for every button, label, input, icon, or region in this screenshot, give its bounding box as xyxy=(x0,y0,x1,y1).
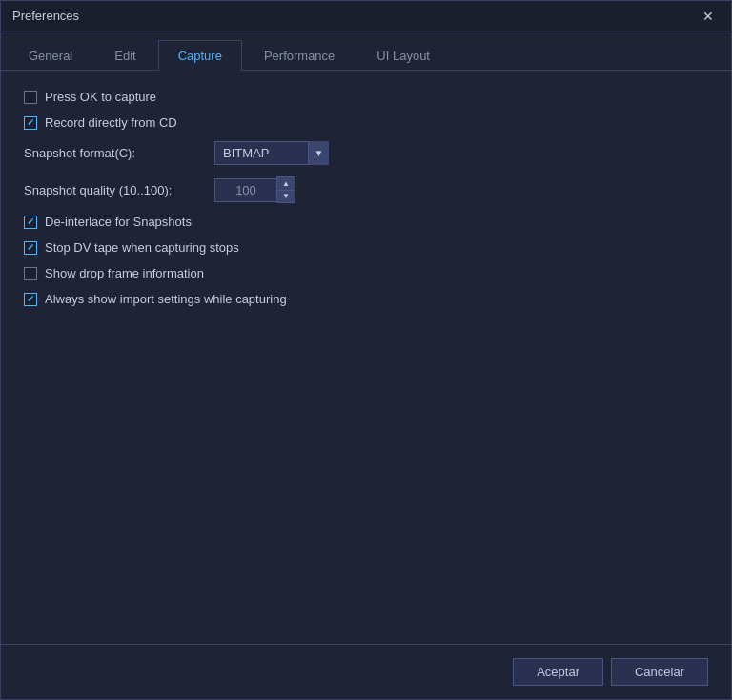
checkbox-show-drop-wrapper[interactable]: Show drop frame information xyxy=(24,266,204,280)
label-snapshot-format: Snapshot format(C): xyxy=(24,146,214,160)
tabs-bar: General Edit Capture Performance UI Layo… xyxy=(1,31,731,71)
label-snapshot-quality: Snapshot quality (10..100): xyxy=(24,183,214,197)
tab-edit[interactable]: Edit xyxy=(94,40,155,71)
dialog-title: Preferences xyxy=(12,9,79,23)
label-stop-dv: Stop DV tape when capturing stops xyxy=(45,240,239,255)
snapshot-format-row: Snapshot format(C): BITMAP JPEG PNG TIFF… xyxy=(24,141,708,165)
tab-content: Press OK to capture Record directly from… xyxy=(1,71,731,644)
spinner-buttons: ▲ ▼ xyxy=(276,176,295,203)
checkbox-press-ok-wrapper[interactable]: Press OK to capture xyxy=(24,90,156,104)
tab-general[interactable]: General xyxy=(9,40,92,71)
checkbox-deinterlace[interactable] xyxy=(24,216,37,229)
option-row-always-show: Always show import settings while captur… xyxy=(24,292,708,306)
checkbox-always-show-wrapper[interactable]: Always show import settings while captur… xyxy=(24,292,287,306)
checkbox-stop-dv[interactable] xyxy=(24,241,37,255)
checkbox-press-ok[interactable] xyxy=(24,91,37,104)
label-always-show: Always show import settings while captur… xyxy=(45,292,287,306)
label-deinterlace: De-interlace for Snapshots xyxy=(45,215,192,229)
tab-ui-layout[interactable]: UI Layout xyxy=(356,40,450,71)
tab-performance[interactable]: Performance xyxy=(244,40,355,71)
checkbox-deinterlace-wrapper[interactable]: De-interlace for Snapshots xyxy=(24,215,192,229)
label-press-ok: Press OK to capture xyxy=(45,90,156,104)
snapshot-quality-input[interactable] xyxy=(214,178,276,202)
checkbox-stop-dv-wrapper[interactable]: Stop DV tape when capturing stops xyxy=(24,240,239,255)
spinner-up-button[interactable]: ▲ xyxy=(277,177,295,190)
option-row-press-ok: Press OK to capture xyxy=(24,90,708,104)
label-record-cd: Record directly from CD xyxy=(45,115,177,130)
option-row-deinterlace: De-interlace for Snapshots xyxy=(24,215,708,229)
accept-button[interactable]: Aceptar xyxy=(513,658,603,686)
dialog-footer: Aceptar Cancelar xyxy=(1,644,731,699)
label-show-drop: Show drop frame information xyxy=(45,266,204,280)
title-bar: Preferences ✕ xyxy=(1,1,731,31)
tab-capture[interactable]: Capture xyxy=(158,40,242,71)
preferences-dialog: Preferences ✕ General Edit Capture Perfo… xyxy=(0,0,732,700)
checkbox-record-cd-wrapper[interactable]: Record directly from CD xyxy=(24,115,177,130)
close-button[interactable]: ✕ xyxy=(697,8,720,25)
checkbox-record-cd[interactable] xyxy=(24,116,37,130)
snapshot-quality-row: Snapshot quality (10..100): ▲ ▼ xyxy=(24,176,708,203)
spinner-down-button[interactable]: ▼ xyxy=(277,190,295,202)
snapshot-format-select[interactable]: BITMAP JPEG PNG TIFF xyxy=(214,141,329,165)
checkbox-always-show[interactable] xyxy=(24,293,37,306)
snapshot-format-select-wrapper: BITMAP JPEG PNG TIFF ▼ xyxy=(214,141,329,165)
option-row-record-cd: Record directly from CD xyxy=(24,115,708,130)
checkbox-show-drop[interactable] xyxy=(24,267,37,280)
option-row-show-drop: Show drop frame information xyxy=(24,266,708,280)
snapshot-quality-spinner: ▲ ▼ xyxy=(214,176,295,203)
cancel-button[interactable]: Cancelar xyxy=(611,658,708,686)
option-row-stop-dv: Stop DV tape when capturing stops xyxy=(24,240,708,255)
